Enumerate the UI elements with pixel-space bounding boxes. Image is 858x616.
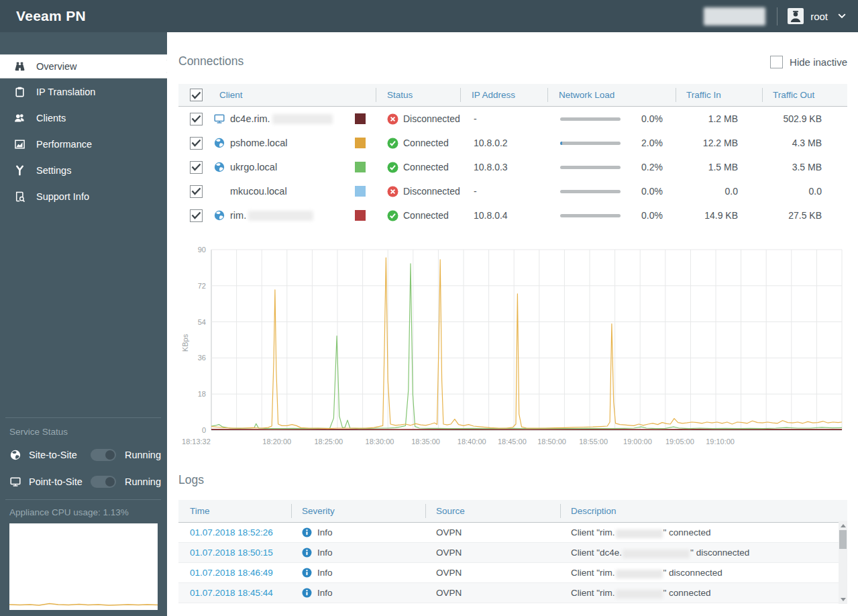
status-text: Connected: [403, 138, 449, 148]
log-time-link[interactable]: 01.07.2018 18:52:26: [178, 523, 291, 542]
svg-text:36: 36: [198, 354, 206, 362]
column-header-ip-address[interactable]: IP Address: [460, 84, 547, 106]
scrollbar-thumb[interactable]: [839, 530, 847, 549]
sidebar-item-performance[interactable]: Performance: [0, 131, 167, 157]
redacted-client-name: [248, 211, 313, 221]
cell-source: OVPN: [425, 583, 560, 603]
cell-color: [352, 107, 376, 131]
sidebar-nav: OverviewIP TranslationClientsPerformance…: [0, 54, 167, 209]
svg-text:54: 54: [198, 318, 206, 326]
scroll-up-arrow-icon[interactable]: [839, 522, 847, 529]
column-header-severity[interactable]: Severity: [291, 500, 425, 522]
severity-label: Info: [317, 588, 333, 598]
row-checkbox[interactable]: [190, 137, 203, 150]
user-avatar-icon[interactable]: [788, 8, 804, 24]
connections-table-body: dc4e.rim.Disconnected-0.0%1.2 MB502.9 KB…: [178, 107, 847, 227]
main-content: Connections Hide inactive ClientStatusIP…: [167, 32, 858, 616]
cell-severity: Info: [291, 583, 425, 603]
description-prefix: Client "rim.: [571, 527, 615, 537]
sidebar-item-settings[interactable]: Settings: [0, 157, 167, 183]
sidebar-item-label: IP Translation: [36, 87, 95, 97]
sidebar-item-overview[interactable]: Overview: [0, 54, 167, 79]
sidebar-item-clients[interactable]: Clients: [0, 105, 167, 131]
client-color-swatch: [355, 113, 366, 124]
log-time-link[interactable]: 01.07.2018 18:45:44: [178, 583, 291, 603]
computer-monitor-icon: [213, 113, 225, 125]
network-load-bar: [560, 190, 621, 193]
cell-traffic-in: 1.5 MB: [676, 155, 762, 179]
topbar-divider: [777, 7, 777, 25]
logs-table-header: TimeSeveritySourceDescription: [178, 500, 847, 523]
service-state-label: Running: [125, 450, 161, 460]
column-header-source[interactable]: Source: [425, 500, 560, 522]
log-time-link[interactable]: 01.07.2018 18:50:15: [178, 543, 291, 562]
cell-description: Client "rim." connected: [560, 523, 847, 542]
monitor-icon: [9, 476, 21, 488]
column-header-time[interactable]: Time: [178, 500, 291, 522]
log-row: 01.07.2018 18:52:26InfoOVPNClient "rim."…: [178, 523, 847, 543]
svg-text:19:10:00: 19:10:00: [706, 438, 735, 446]
connections-title: Connections: [178, 54, 244, 68]
log-row: 01.07.2018 18:45:44InfoOVPNClient "rim."…: [178, 583, 847, 603]
logs-table: TimeSeveritySourceDescription 01.07.2018…: [178, 500, 847, 603]
site-globe-icon: [213, 137, 225, 149]
status-connected-icon: [387, 162, 398, 173]
wrench-icon: [13, 164, 27, 176]
globe-icon: [9, 449, 21, 461]
cell-network-load: 0.0%: [547, 107, 676, 131]
status-connected-icon: [387, 138, 398, 149]
column-header-description[interactable]: Description: [560, 500, 847, 522]
svg-text:18:50:00: 18:50:00: [537, 438, 566, 446]
column-header-client[interactable]: Client: [213, 84, 352, 106]
top-header-bar: Veeam PN root: [0, 0, 858, 32]
cpu-usage-chart: [9, 523, 158, 610]
cell-status: Connected: [376, 203, 460, 227]
column-header-status[interactable]: Status: [376, 84, 460, 106]
hide-inactive-checkbox[interactable]: [770, 56, 783, 68]
row-checkbox[interactable]: [190, 185, 203, 198]
chevron-down-icon[interactable]: [838, 13, 846, 19]
column-header-traffic-in[interactable]: Traffic In: [676, 84, 762, 106]
cell-description: Client "rim." disconnected: [560, 563, 847, 582]
column-header-network-load[interactable]: Network Load: [547, 84, 676, 106]
connection-row: ukrgo.localConnected10.8.0.30.2%1.5 MB3.…: [178, 155, 847, 179]
cell-select: [178, 203, 213, 227]
info-icon: [302, 568, 312, 578]
cell-traffic-in: 12.2 MB: [676, 131, 762, 155]
cell-source: OVPN: [425, 563, 560, 582]
cell-traffic-out: 3.5 MB: [762, 155, 847, 179]
cell-select: [178, 107, 213, 131]
service-toggle[interactable]: [91, 449, 116, 461]
cell-select: [178, 155, 213, 179]
logs-table-body: 01.07.2018 18:52:26InfoOVPNClient "rim."…: [178, 523, 847, 603]
connection-row: pshome.localConnected10.8.0.22.0%12.2 MB…: [178, 131, 847, 155]
client-color-swatch: [355, 186, 366, 197]
cell-status: Disconnected: [376, 107, 460, 131]
cell-description: Client "dc4e." disconnected: [560, 543, 847, 562]
svg-text:18: 18: [198, 390, 206, 398]
user-menu[interactable]: root: [810, 11, 828, 22]
log-time-link[interactable]: 01.07.2018 18:46:49: [178, 563, 291, 582]
row-checkbox[interactable]: [190, 209, 203, 222]
network-load-percent: 2.0%: [641, 138, 676, 148]
status-text: Connected: [403, 162, 449, 172]
sidebar-item-label: Support Info: [36, 191, 89, 202]
select-all-checkbox[interactable]: [190, 89, 203, 101]
scroll-down-arrow-icon[interactable]: [839, 596, 847, 603]
column-header-traffic-out[interactable]: Traffic Out: [762, 84, 847, 106]
redacted-client-name: [272, 114, 333, 124]
network-load-bar: [560, 117, 621, 121]
client-color-swatch: [355, 162, 366, 172]
cell-description: Client "rim." connected: [560, 583, 847, 603]
log-row: 01.07.2018 18:50:15InfoOVPNClient "dc4e.…: [178, 543, 847, 563]
logs-scrollbar[interactable]: [839, 521, 847, 604]
svg-text:18:45:00: 18:45:00: [498, 438, 527, 446]
service-toggle[interactable]: [91, 476, 116, 488]
row-checkbox[interactable]: [190, 113, 203, 125]
cell-client: rim.: [213, 203, 352, 227]
sidebar-item-ip-translation[interactable]: IP Translation: [0, 79, 167, 105]
cell-network-load: 0.0%: [547, 179, 676, 203]
client-name: rim.: [230, 210, 246, 221]
sidebar-item-support-info[interactable]: Support Info: [0, 183, 167, 209]
row-checkbox[interactable]: [190, 161, 203, 174]
